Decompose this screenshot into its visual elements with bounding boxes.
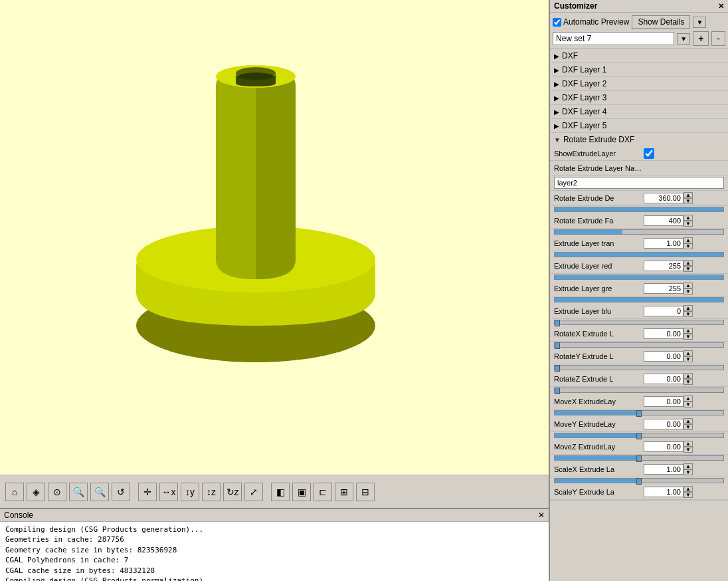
- scalex-extrude-down[interactable]: ▼: [683, 469, 693, 475]
- movey-extrude-down[interactable]: ▼: [683, 424, 693, 430]
- extrude-layer-tran-up[interactable]: ▲: [683, 237, 693, 243]
- extrude-layer-red-slider[interactable]: [554, 275, 724, 280]
- extrude-layer-red-input[interactable]: [644, 261, 683, 271]
- layer-item-dxf-layer-1[interactable]: ▶ DXF Layer 1: [550, 63, 728, 77]
- auto-preview-checkbox[interactable]: [553, 18, 561, 27]
- rotate-extrude-fa-up[interactable]: ▲: [683, 215, 693, 221]
- rotate-extrude-fa-slider[interactable]: [554, 229, 724, 235]
- scaley-extrude-down[interactable]: ▼: [683, 492, 693, 498]
- view-top-button[interactable]: ⊙: [48, 483, 66, 501]
- extrude-layer-blue-down[interactable]: ▼: [683, 311, 693, 317]
- extrude-layer-green-input[interactable]: [644, 283, 683, 294]
- rotatex-extrude-input[interactable]: [644, 328, 683, 339]
- translate-xyz-button[interactable]: ✛: [138, 483, 157, 501]
- rotatez-extrude-up[interactable]: ▲: [683, 373, 693, 379]
- layer-item-dxf-layer-4[interactable]: ▶ DXF Layer 4: [550, 105, 728, 119]
- extrude-layer-tran-input[interactable]: [644, 238, 683, 249]
- rotate-extrude-deg-input[interactable]: [644, 193, 683, 203]
- rotatex-extrude-slider[interactable]: [554, 342, 724, 348]
- customizer-close-button[interactable]: ✕: [718, 2, 724, 11]
- extrude-layer-blue-slider-handle[interactable]: [555, 320, 560, 326]
- rotate-extrude-fa-input[interactable]: [644, 215, 683, 226]
- movex-extrude-input[interactable]: [644, 396, 683, 407]
- rotatez-extrude-slider-handle[interactable]: [555, 388, 560, 394]
- new-set-remove-button[interactable]: -: [711, 31, 725, 46]
- rotate-z-button[interactable]: ↻z: [223, 483, 242, 501]
- extrude-layer-blue-slider[interactable]: [554, 320, 724, 325]
- translate-x-button[interactable]: ↔x: [159, 483, 178, 501]
- zoom-in-button[interactable]: 🔍: [69, 483, 88, 501]
- movey-extrude-slider[interactable]: [554, 433, 724, 438]
- show-details-button[interactable]: Show Details: [632, 15, 690, 29]
- show-extrude-layer-checkbox[interactable]: [644, 148, 654, 159]
- new-set-input[interactable]: [553, 32, 674, 45]
- movex-extrude-slider-handle[interactable]: [636, 410, 642, 417]
- scale-button[interactable]: ⤢: [244, 483, 263, 501]
- zoom-out-button[interactable]: 🔍: [90, 483, 109, 501]
- rotatex-extrude-up[interactable]: ▲: [683, 328, 693, 334]
- rotate-yz-button[interactable]: ↕z: [202, 483, 221, 501]
- scaley-extrude-up[interactable]: ▲: [683, 486, 693, 492]
- rotatey-extrude-down[interactable]: ▼: [683, 356, 693, 362]
- mesh-button[interactable]: ▣: [292, 483, 311, 501]
- show-details-dropdown-arrow[interactable]: ▼: [693, 17, 706, 28]
- movex-extrude-up[interactable]: ▲: [683, 396, 693, 402]
- rotatez-extrude-input[interactable]: [644, 374, 683, 384]
- extrude-layer-tran-slider[interactable]: [554, 252, 724, 257]
- movey-extrude-input[interactable]: [644, 419, 683, 429]
- scalex-extrude-up[interactable]: ▲: [683, 463, 693, 469]
- layer-item-dxf-layer-2[interactable]: ▶ DXF Layer 2: [550, 77, 728, 91]
- movex-extrude-down[interactable]: ▼: [683, 402, 693, 407]
- rotate-xy-button[interactable]: ↕y: [181, 483, 199, 501]
- new-set-add-button[interactable]: +: [693, 31, 709, 46]
- extrude-layer-blue-up[interactable]: ▲: [683, 305, 693, 311]
- movey-extrude-up[interactable]: ▲: [683, 418, 693, 424]
- layer-label-dxf-layer-1: DXF Layer 1: [562, 65, 606, 74]
- rotatez-extrude-down[interactable]: ▼: [683, 379, 693, 385]
- new-set-dropdown-button[interactable]: ▼: [677, 33, 690, 45]
- rotatey-extrude-slider-handle[interactable]: [555, 365, 560, 372]
- surface-button[interactable]: ◧: [271, 483, 290, 501]
- extrude-layer-blue-input[interactable]: [644, 306, 683, 316]
- movey-extrude-slider-handle[interactable]: [636, 433, 642, 439]
- movez-extrude-up[interactable]: ▲: [683, 441, 693, 447]
- extrude-layer-green-up[interactable]: ▲: [683, 283, 693, 289]
- movex-extrude-slider[interactable]: [554, 410, 724, 415]
- view-home-button[interactable]: ⌂: [5, 483, 24, 501]
- scalex-extrude-slider[interactable]: [554, 478, 724, 483]
- view-3d-button[interactable]: ◈: [27, 483, 45, 501]
- rotatey-extrude-input[interactable]: [644, 351, 683, 362]
- rotatex-extrude-down[interactable]: ▼: [683, 334, 693, 340]
- extrude-layer-green-down[interactable]: ▼: [683, 289, 693, 294]
- scalex-extrude-input[interactable]: [644, 464, 683, 475]
- rotatex-extrude-slider-handle[interactable]: [555, 342, 560, 349]
- layer-item-dxf-layer-3[interactable]: ▶ DXF Layer 3: [550, 91, 728, 105]
- extrude-layer-green-slider[interactable]: [554, 297, 724, 302]
- movez-extrude-slider[interactable]: [554, 455, 724, 461]
- grid-button[interactable]: ⊟: [356, 483, 375, 501]
- layer-item-dxf-layer-5[interactable]: ▶ DXF Layer 5: [550, 119, 728, 133]
- console-close-button[interactable]: ✕: [538, 511, 545, 520]
- rotate-extrude-deg-slider[interactable]: [554, 207, 724, 212]
- extrude-layer-tran-down[interactable]: ▼: [683, 243, 693, 249]
- measure-button[interactable]: ⊞: [335, 483, 353, 501]
- movez-extrude-slider-handle[interactable]: [636, 455, 642, 462]
- rotatey-extrude-up[interactable]: ▲: [683, 350, 693, 356]
- scaley-extrude-label: ScaleY Extrude La: [554, 488, 644, 496]
- scaley-extrude-input[interactable]: [644, 487, 683, 497]
- rotatey-extrude-slider[interactable]: [554, 365, 724, 370]
- scalex-extrude-slider-handle[interactable]: [636, 478, 642, 485]
- movez-extrude-down[interactable]: ▼: [683, 447, 693, 453]
- section-button[interactable]: ⊏: [314, 483, 332, 501]
- rotate-extrude-layer-name-input[interactable]: [554, 177, 724, 189]
- extrude-layer-red-down[interactable]: ▼: [683, 266, 693, 272]
- rotate-extrude-fa-down[interactable]: ▼: [683, 221, 693, 227]
- extrude-layer-red-up[interactable]: ▲: [683, 260, 693, 266]
- reset-button[interactable]: ↺: [112, 483, 130, 501]
- rotatez-extrude-slider[interactable]: [554, 388, 724, 393]
- rotate-extrude-deg-down[interactable]: ▼: [683, 198, 693, 204]
- movez-extrude-input[interactable]: [644, 441, 683, 452]
- layer-item-dxf[interactable]: ▶ DXF: [550, 49, 728, 63]
- rotate-extrude-dxf-header[interactable]: ▼ Rotate Extrude DXF: [550, 133, 728, 146]
- rotate-extrude-deg-up[interactable]: ▲: [683, 192, 693, 198]
